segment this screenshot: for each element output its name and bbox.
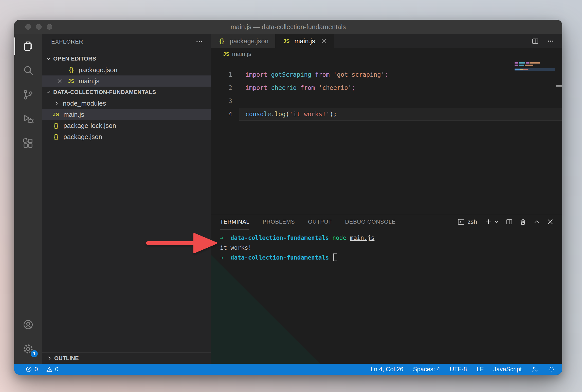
activity-item-accounts[interactable] [14,312,42,337]
file-label: package.json [63,133,102,141]
terminal-output[interactable]: → data-collection-fundamentals node main… [211,229,562,263]
code-line[interactable]: 1import gotScraping from 'got-scraping'; [211,68,562,81]
status-item-lf[interactable]: LF [477,366,484,373]
debug-icon [22,113,34,125]
file-label: main.js [79,77,99,85]
tree-item[interactable]: {}package-lock.json [42,120,211,131]
status-item-javascript[interactable]: JavaScript [493,366,522,373]
status-item-ln-4-col-26[interactable]: Ln 4, Col 26 [371,366,403,373]
notifications-bell-icon[interactable] [548,366,555,373]
sidebar-title: EXPLORER [51,38,83,45]
terminal-icon [457,218,465,226]
js-file-icon: JS [223,51,229,57]
open-editor-item[interactable]: {}package.json [42,64,211,75]
file-label: main.js [63,111,84,119]
json-file-icon: {} [52,122,60,129]
code-line[interactable]: 2import cheerio from 'cheerio'; [211,81,562,94]
json-file-icon: {} [217,38,226,45]
js-file-icon: JS [67,78,76,84]
status-item-utf-8[interactable]: UTF-8 [450,366,467,373]
editor-more-actions-button[interactable] [547,37,555,45]
error-icon [25,366,32,373]
workspace-section-header[interactable]: DATA-COLLECTION-FUNDAMENTALS [42,87,211,98]
window-title: main.js — data-collection-fundamentals [230,23,346,31]
source-control-icon [22,89,34,101]
terminal-cursor [333,253,337,261]
warning-icon [46,366,53,373]
account-icon [22,319,34,330]
explorer-more-actions-button[interactable] [195,38,203,46]
maximize-panel-button[interactable] [533,218,540,226]
panel-tab-output[interactable]: OUTPUT [308,214,332,229]
title-bar[interactable]: main.js — data-collection-fundamentals [14,20,562,34]
terminal-shell-selector[interactable]: zsh [457,218,477,226]
activity-item-run-debug[interactable] [14,107,42,131]
line-number[interactable]: 4 [211,108,232,121]
code-line[interactable]: 4console.log('it works!'); [211,108,562,121]
new-terminal-button[interactable] [485,218,492,226]
activity-top [14,34,42,155]
outline-section-header[interactable]: OUTLINE [42,352,211,364]
status-bar: 0 0 Ln 4, Col 26Spaces: 4UTF-8LFJavaScri… [14,364,562,375]
vscode-window: main.js — data-collection-fundamentals 1… [14,20,562,375]
terminal-line: → data-collection-fundamentals node main… [220,233,562,243]
breadcrumb-file: main.js [232,50,251,57]
explorer-sidebar: EXPLORER OPEN EDITORS {}package.jsonJSma… [42,34,211,364]
split-terminal-button[interactable] [505,218,513,226]
code-editor[interactable]: 1import gotScraping from 'got-scraping';… [211,60,562,214]
file-tree: node_modulesJSmain.js{}package-lock.json… [42,98,211,142]
activity-bar: 1 [14,34,42,364]
close-editor-button[interactable] [55,78,64,84]
activity-bottom: 1 [14,312,42,364]
line-number[interactable]: 2 [211,81,232,94]
status-item-spaces-4[interactable]: Spaces: 4 [413,366,440,373]
code-line[interactable]: 3 [211,94,562,108]
close-window-button[interactable] [25,24,31,30]
editor-tab-package.json[interactable]: {}package.json [211,34,276,48]
background-reflection [211,255,320,364]
activity-item-source-control[interactable] [14,83,42,107]
minimize-window-button[interactable] [36,24,42,30]
open-editor-item[interactable]: JSmain.js [42,75,211,87]
zoom-window-button[interactable] [47,24,52,30]
activity-item-explorer[interactable] [14,34,42,58]
chevron-down-icon [45,55,52,62]
close-tab-button[interactable] [320,38,327,44]
line-number[interactable]: 3 [211,94,232,108]
kill-terminal-button[interactable] [519,218,527,226]
tree-item[interactable]: {}package.json [42,131,211,142]
open-editors-section-header[interactable]: OPEN EDITORS [42,53,211,64]
line-number[interactable]: 1 [211,68,232,81]
json-file-icon: {} [67,67,76,73]
close-panel-button[interactable] [547,218,554,226]
minimap[interactable] [515,62,555,71]
panel-tab-debug-console[interactable]: DEBUG CONSOLE [345,214,396,229]
terminal-panel: TERMINALPROBLEMSOUTPUTDEBUG CONSOLE zsh [211,214,562,364]
editor-tab-main.js[interactable]: JSmain.js [276,34,334,48]
editor-tab-bar: {}package.jsonJSmain.js [211,34,562,48]
json-file-icon: {} [52,133,60,140]
breadcrumb[interactable]: JS main.js [211,48,562,60]
settings-badge: 1 [30,349,39,358]
panel-tab-bar: TERMINALPROBLEMSOUTPUTDEBUG CONSOLE zsh [211,214,562,229]
extensions-icon [22,138,34,149]
terminal-line: → data-collection-fundamentals [220,253,562,263]
problems-status-item[interactable]: 0 0 [25,366,59,373]
activity-item-settings[interactable]: 1 [14,337,42,361]
tree-item[interactable]: node_modules [42,98,211,109]
panel-tab-terminal[interactable]: TERMINAL [220,214,249,229]
minimap-line [515,62,540,64]
panel-tab-problems[interactable]: PROBLEMS [263,214,295,229]
editor-scrollbar[interactable] [555,60,562,214]
chevron-right-icon [46,355,53,362]
tab-label: package.json [230,37,268,45]
minimap-current-line [515,68,555,71]
js-file-icon: JS [282,38,291,44]
feedback-icon[interactable] [531,366,538,373]
activity-item-extensions[interactable] [14,131,42,155]
split-editor-button[interactable] [531,37,539,45]
tree-item[interactable]: JSmain.js [42,109,211,120]
terminal-dropdown-button[interactable] [494,219,499,225]
activity-item-search[interactable] [14,58,42,83]
tab-label: main.js [294,37,315,45]
